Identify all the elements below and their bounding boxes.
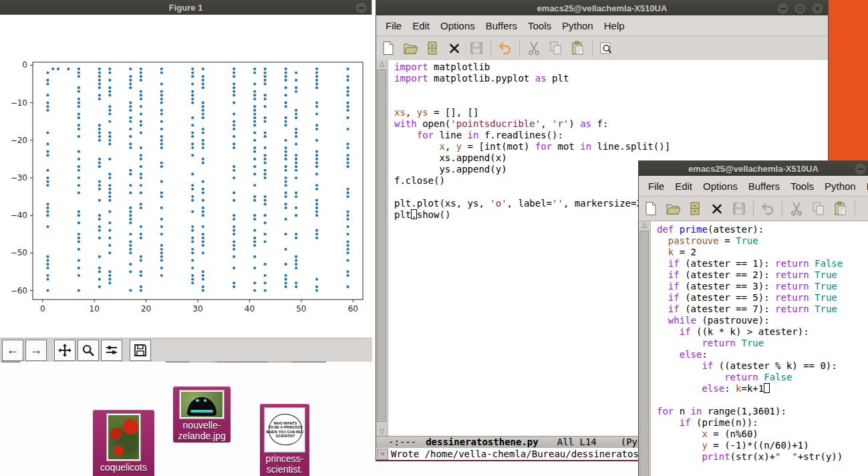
modeline-position: All L14 (557, 437, 597, 447)
open-file-icon[interactable] (665, 201, 681, 217)
menu-item-help[interactable]: Help (861, 181, 868, 192)
svg-text:20: 20 (141, 304, 151, 314)
save-buffer-icon[interactable] (731, 201, 747, 217)
new-file-icon[interactable] (380, 40, 396, 56)
paste-icon[interactable] (570, 40, 586, 56)
scrollbar[interactable]: △ ▽ (376, 60, 388, 436)
minimize-button[interactable] (854, 162, 867, 175)
code-line: return False (657, 372, 868, 383)
menu-item-buffers[interactable]: Buffers (480, 20, 523, 31)
scrollbar-corner-icon: × (377, 449, 388, 460)
code-line: else: (657, 349, 868, 360)
menu-item-file[interactable]: File (380, 20, 407, 31)
minimize-icon (780, 8, 786, 9)
open-directory-icon[interactable] (687, 201, 703, 217)
code-line: if (atester == 7): return True (657, 304, 868, 315)
bird-photo (181, 392, 223, 417)
emacs-secondary-titlebar[interactable]: emacs25@vellachemla-X510UA (639, 161, 868, 176)
desktop-icon-princess-scientist[interactable]: WHO WANTS TO BE A PRINCESS WHEN YOU CAN … (260, 404, 309, 476)
close-button[interactable]: × (811, 2, 824, 15)
figure-canvas: 01020304050600−10−20−30−40−50−60 (0, 15, 372, 338)
close-buffer-icon[interactable] (446, 40, 462, 56)
code-line: for line in f.readlines(): (394, 130, 828, 141)
emacs-toolbar (639, 197, 868, 221)
menu-item-options[interactable]: Options (435, 20, 480, 31)
menu-item-edit[interactable]: Edit (670, 181, 698, 192)
open-directory-icon[interactable] (424, 40, 440, 56)
back-button[interactable]: ← (2, 340, 23, 361)
desktop: nouvelle- zelande.jpg coquelicots WHO WA… (0, 0, 868, 476)
menu-item-buffers[interactable]: Buffers (743, 181, 785, 192)
princess-scientist-thumbnail: WHO WANTS TO BE A PRINCESS WHEN YOU CAN … (265, 408, 305, 452)
emacs-main-titlebar[interactable]: emacs25@vellachemla-X510UA × (376, 1, 828, 16)
code-line: with open('pointsducrible', 'r') as f: (394, 118, 828, 130)
cut-icon[interactable] (526, 40, 542, 56)
copy-icon[interactable] (548, 40, 564, 56)
scroll-up-arrow[interactable]: △ (376, 60, 388, 68)
open-file-icon[interactable] (402, 40, 418, 56)
menu-item-tools[interactable]: Tools (785, 181, 819, 192)
menu-item-help[interactable]: Help (599, 20, 630, 31)
svg-text:10: 10 (90, 304, 100, 314)
configure-subplots-button[interactable] (101, 340, 122, 361)
menu-item-python[interactable]: Python (557, 20, 599, 31)
maximize-button[interactable] (794, 2, 807, 15)
copy-icon[interactable] (811, 201, 827, 217)
desktop-icon-nouvelle-zelande[interactable]: nouvelle- zelande.jpg (173, 386, 231, 443)
code-line: def prime(atester): (657, 224, 868, 235)
menu-item-python[interactable]: Python (819, 181, 861, 192)
save-button[interactable] (130, 340, 151, 361)
magnifier-icon (82, 344, 95, 357)
search-icon[interactable] (599, 40, 615, 56)
code-line: pastrouve = True (657, 235, 868, 247)
minimize-button[interactable] (355, 1, 368, 14)
scrollbar-thumb[interactable] (377, 70, 386, 422)
code-line: while (pastrouve): (657, 315, 868, 326)
code-line: return True (657, 338, 868, 349)
paste-icon[interactable] (833, 201, 849, 217)
scroll-down-arrow[interactable]: ▽ (376, 428, 388, 436)
code-line (394, 84, 828, 96)
comic-image: WHO WANTS TO BE A PRINCESS WHEN YOU CAN … (266, 409, 303, 451)
minimize-icon (858, 168, 863, 170)
svg-text:−40: −40 (11, 211, 27, 220)
pan-button[interactable] (54, 340, 76, 361)
save-buffer-icon[interactable] (468, 40, 484, 56)
toolbar-separator (519, 40, 520, 56)
code-line: if (atester == 1): return False (657, 258, 868, 269)
code-line: import matplotlib.pyplot as plt (394, 73, 828, 84)
close-icon: × (815, 5, 820, 13)
forward-button[interactable]: → (25, 340, 47, 361)
menu-bar: FileEditOptionsBuffersToolsPythonHelp (376, 15, 828, 36)
code-line: if (atester == 3): return True (657, 281, 868, 292)
nouvelle-zelande-thumbnail (180, 390, 224, 419)
scroll-up-arrow[interactable]: △ (639, 221, 650, 229)
menu-item-file[interactable]: File (643, 181, 670, 192)
code-line: if (atester == 2): return True (657, 269, 868, 281)
menu-item-options[interactable]: Options (698, 181, 743, 192)
menu-item-edit[interactable]: Edit (407, 20, 435, 31)
minibuffer-message: Wrote /home/vella-chemla/Bureau/dessiner… (391, 448, 650, 460)
cut-icon[interactable] (788, 201, 805, 217)
new-file-icon[interactable] (643, 201, 659, 217)
zoom-button[interactable] (78, 340, 99, 361)
scrollbar[interactable]: △ (639, 221, 651, 476)
figure-titlebar[interactable]: Figure 1 (0, 0, 372, 15)
emacs-secondary-window: emacs25@vellachemla-X510UA FileEditOptio… (638, 160, 868, 476)
undo-icon[interactable] (760, 201, 776, 217)
desktop-icon-coquelicots[interactable]: coquelicots (93, 410, 154, 476)
code-line: if (atester == 5): return True (657, 292, 868, 304)
minimize-button[interactable] (776, 2, 789, 15)
maximize-icon (798, 7, 803, 11)
pan-icon (58, 344, 71, 357)
toolbar-separator (592, 40, 593, 56)
coquelicots-thumbnail (107, 414, 140, 461)
buffer-area: △ def prime(atester): pastrouve = True k… (639, 221, 868, 476)
close-buffer-icon[interactable] (709, 201, 725, 217)
code-line: if ((k * k) > atester): (657, 326, 868, 338)
scrollbar-thumb[interactable] (639, 231, 649, 476)
code-buffer[interactable]: def prime(atester): pastrouve = True k =… (651, 221, 868, 476)
window-title: emacs25@vellachemla-X510UA (688, 164, 819, 174)
menu-item-tools[interactable]: Tools (523, 20, 557, 31)
undo-icon[interactable] (497, 40, 513, 56)
